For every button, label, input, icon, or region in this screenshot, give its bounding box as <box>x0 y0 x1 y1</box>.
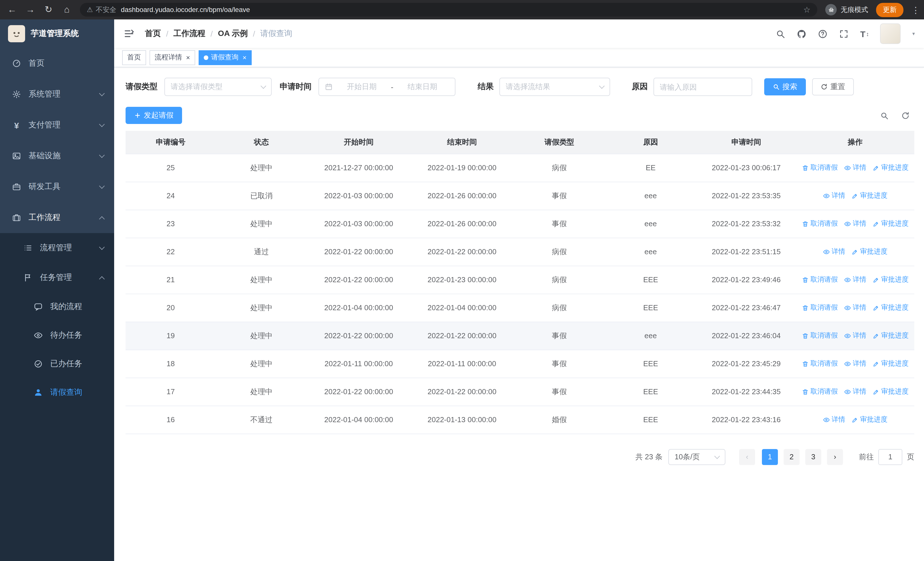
table-row[interactable]: 24 已取消 2022-01-03 00:00:00 2022-01-26 00… <box>126 182 914 210</box>
cell-apply-id: 18 <box>126 350 216 378</box>
caret-down-icon[interactable]: ▾ <box>912 31 915 36</box>
leave-type-placeholder: 请选择请假类型 <box>171 82 223 92</box>
apply-time-range-input[interactable]: 开始日期 - 结束日期 <box>318 78 455 96</box>
help-icon[interactable] <box>818 29 828 39</box>
toggle-search-icon[interactable] <box>880 111 889 120</box>
action-detail[interactable]: 详情 <box>844 303 866 313</box>
table-row[interactable]: 18 处理中 2022-01-11 00:00:00 2022-01-11 00… <box>126 350 914 378</box>
action-detail[interactable]: 详情 <box>823 247 845 257</box>
action-progress[interactable]: 审批进度 <box>873 219 909 229</box>
font-size-icon[interactable]: T↕ <box>860 29 869 39</box>
action-cancel[interactable]: 取消请假 <box>802 275 838 284</box>
tab-home[interactable]: 首页 <box>122 50 146 65</box>
breadcrumb-oa-example[interactable]: OA 示例 <box>218 29 248 39</box>
reason-input[interactable] <box>654 78 752 96</box>
cell-apply-time: 2022-01-22 23:51:15 <box>696 238 796 266</box>
sidebar-item-leave-query[interactable]: 请假查询 <box>0 378 114 407</box>
sidebar-item-home[interactable]: 首页 <box>0 48 114 79</box>
prev-page-button[interactable]: ‹ <box>739 449 755 465</box>
reload-icon[interactable]: ↻ <box>44 5 54 14</box>
search-icon[interactable] <box>776 29 786 39</box>
chevron-left-icon: ‹ <box>746 453 748 461</box>
sidebar-item-my-process[interactable]: 我的流程 <box>0 292 114 321</box>
action-detail[interactable]: 详情 <box>823 191 845 200</box>
action-detail[interactable]: 详情 <box>844 163 866 173</box>
table-row[interactable]: 23 处理中 2022-01-03 00:00:00 2022-01-26 00… <box>126 210 914 238</box>
sidebar-item-devtools[interactable]: 研发工具 <box>0 171 114 202</box>
action-cancel[interactable]: 取消请假 <box>802 331 838 340</box>
breadcrumb-workflow[interactable]: 工作流程 <box>174 29 206 39</box>
action-progress[interactable]: 审批进度 <box>873 331 909 340</box>
sidebar-item-infrastructure[interactable]: 基础设施 <box>0 141 114 171</box>
update-button[interactable]: 更新 <box>876 3 903 17</box>
table-row[interactable]: 16 不通过 2022-01-04 00:00:00 2022-01-13 00… <box>126 406 914 434</box>
next-page-button[interactable]: › <box>827 449 843 465</box>
bookmark-star-icon[interactable]: ☆ <box>803 5 810 14</box>
action-cancel[interactable]: 取消请假 <box>802 303 838 313</box>
sidebar-item-todo-tasks[interactable]: 待办任务 <box>0 321 114 350</box>
action-detail[interactable]: 详情 <box>844 359 866 368</box>
action-progress[interactable]: 审批进度 <box>873 275 909 284</box>
action-cancel[interactable]: 取消请假 <box>802 219 838 229</box>
tab-process-detail[interactable]: 流程详情 × <box>150 50 195 65</box>
action-progress[interactable]: 审批进度 <box>852 191 888 200</box>
action-detail[interactable]: 详情 <box>844 387 866 397</box>
address-bar[interactable]: ⚠ 不安全 dashboard.yudao.iocoder.cn/bpm/oa/… <box>80 3 817 17</box>
result-select[interactable]: 请选择流结果 <box>500 78 610 96</box>
back-icon[interactable]: ← <box>7 5 17 14</box>
sidebar-item-done-tasks[interactable]: 已办任务 <box>0 350 114 378</box>
trash-icon <box>802 388 809 395</box>
breadcrumb-home[interactable]: 首页 <box>145 29 161 39</box>
github-icon[interactable] <box>797 29 807 39</box>
page-size-select[interactable]: 10条/页 <box>668 449 725 465</box>
goto-page-input[interactable] <box>878 449 902 465</box>
avatar[interactable] <box>880 23 901 44</box>
sidebar-item-workflow[interactable]: 工作流程 <box>0 202 114 233</box>
action-detail[interactable]: 详情 <box>823 415 845 424</box>
search-button[interactable]: 搜索 <box>764 78 806 95</box>
action-cancel[interactable]: 取消请假 <box>802 163 838 173</box>
close-icon[interactable]: × <box>243 54 246 61</box>
sidebar-item-task-mgmt[interactable]: 任务管理 <box>0 263 114 292</box>
fullscreen-icon[interactable] <box>839 29 849 39</box>
action-progress[interactable]: 审批进度 <box>873 387 909 397</box>
action-detail[interactable]: 详情 <box>844 275 866 284</box>
close-icon[interactable]: × <box>186 54 190 61</box>
reset-button[interactable]: 重置 <box>812 78 854 95</box>
action-progress[interactable]: 审批进度 <box>852 415 888 424</box>
page-button-2[interactable]: 2 <box>784 449 800 465</box>
action-cancel[interactable]: 取消请假 <box>802 387 838 397</box>
refresh-table-icon[interactable] <box>901 111 910 120</box>
hamburger-icon[interactable] <box>123 28 135 39</box>
action-progress[interactable]: 审批进度 <box>873 303 909 313</box>
action-detail[interactable]: 详情 <box>844 331 866 340</box>
action-progress[interactable]: 审批进度 <box>873 359 909 368</box>
leave-type-select[interactable]: 请选择请假类型 <box>164 78 272 96</box>
sidebar-item-system[interactable]: 系统管理 <box>0 79 114 110</box>
table-row[interactable]: 20 处理中 2022-01-04 00:00:00 2022-01-04 00… <box>126 294 914 322</box>
forward-icon[interactable]: → <box>25 5 35 14</box>
action-progress[interactable]: 审批进度 <box>873 163 909 173</box>
cell-status: 通过 <box>216 238 307 266</box>
action-cancel[interactable]: 取消请假 <box>802 359 838 368</box>
table-row[interactable]: 19 处理中 2022-01-22 00:00:00 2022-01-22 00… <box>126 322 914 350</box>
table-tools <box>880 111 910 120</box>
app-logo[interactable]: 芋道管理系统 <box>0 20 114 48</box>
table-row[interactable]: 25 处理中 2021-12-27 00:00:00 2022-01-19 00… <box>126 154 914 182</box>
table-row[interactable]: 22 通过 2022-01-22 00:00:00 2022-01-22 00:… <box>126 238 914 266</box>
sidebar-item-payment[interactable]: ¥ 支付管理 <box>0 110 114 141</box>
home-icon[interactable]: ⌂ <box>62 5 72 14</box>
logo-image <box>8 25 25 42</box>
page-button-1[interactable]: 1 <box>762 449 778 465</box>
action-progress[interactable]: 审批进度 <box>852 247 888 257</box>
pagination-total: 共 23 条 <box>636 451 663 462</box>
page-button-3[interactable]: 3 <box>805 449 821 465</box>
security-warning[interactable]: ⚠ 不安全 <box>87 5 116 15</box>
tab-leave-query[interactable]: 请假查询 × <box>199 50 252 65</box>
table-row[interactable]: 21 处理中 2022-01-22 00:00:00 2022-01-23 00… <box>126 266 914 294</box>
create-leave-button[interactable]: 发起请假 <box>126 107 182 124</box>
menu-dots-icon[interactable]: ⋮ <box>912 5 917 14</box>
table-row[interactable]: 17 处理中 2022-01-22 00:00:00 2022-01-22 00… <box>126 378 914 406</box>
sidebar-item-process-mgmt[interactable]: 流程管理 <box>0 233 114 263</box>
action-detail[interactable]: 详情 <box>844 219 866 229</box>
